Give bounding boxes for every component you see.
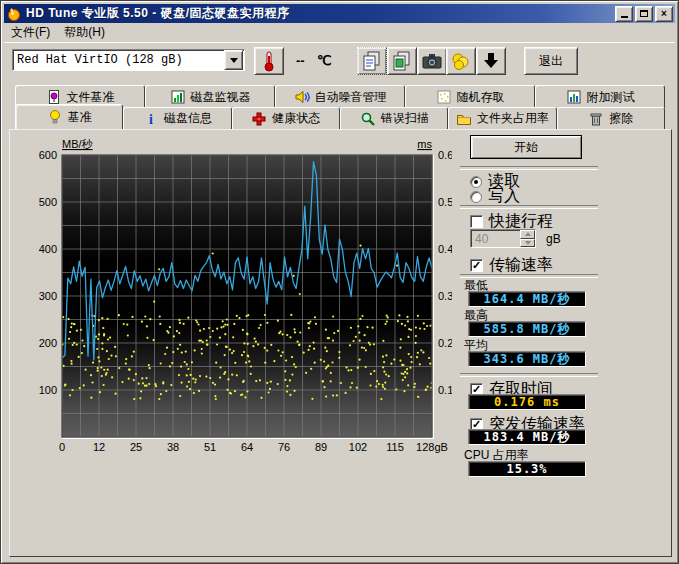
svg-text:38: 38: [167, 441, 179, 453]
temperature-button[interactable]: [254, 47, 284, 75]
copy-text-icon: [360, 49, 384, 73]
menu-item-0[interactable]: 文件(F): [4, 22, 57, 43]
spinner-up-button[interactable]: [520, 230, 535, 239]
menu-item-1[interactable]: 帮助(H): [57, 22, 112, 43]
tab-back-3-random-access[interactable]: 随机存取: [405, 85, 535, 108]
tab-label: 健康状态: [272, 110, 320, 127]
short-stroke-spinner[interactable]: 40: [470, 229, 536, 248]
tab-5-erase[interactable]: 擦除: [557, 107, 665, 129]
maximize-button[interactable]: [635, 6, 653, 22]
radio-unselected-icon: [470, 191, 482, 203]
donate-icon: [449, 49, 473, 73]
acoustic-management-icon: [294, 89, 310, 105]
svg-text:102: 102: [349, 441, 367, 453]
disk-monitor-icon: [170, 89, 186, 105]
folder-usage-icon: [456, 111, 472, 127]
error-scan-icon: [360, 111, 376, 127]
benchmark-chart-svg: MB/秒ms6005004003002001000.600.500.400.30…: [36, 132, 452, 468]
tab-label: 磁盘信息: [164, 110, 212, 127]
file-benchmark-icon: [46, 89, 62, 105]
separator: [460, 373, 598, 377]
tab-label: 随机存取: [457, 89, 505, 106]
tab-label: 附加测试: [587, 89, 635, 106]
maximize-icon: [640, 10, 648, 17]
svg-text:400: 400: [39, 243, 57, 255]
benchmark-chart: MB/秒ms6005004003002001000.600.500.400.30…: [36, 132, 452, 468]
benchmark-icon: [47, 109, 63, 125]
tab-row-primary: 基准i磁盘信息健康状态错误扫描文件夹占用率擦除: [15, 107, 665, 129]
checkbox-unchecked-icon: [470, 215, 483, 228]
tab-label: 错误扫描: [381, 110, 429, 127]
short-stroke-unit: gB: [546, 232, 561, 246]
temperature-icon: [257, 49, 281, 73]
close-button[interactable]: ×: [655, 6, 673, 22]
svg-text:115: 115: [386, 441, 404, 453]
svg-text:0.50: 0.50: [438, 196, 452, 208]
tab-0-benchmark[interactable]: 基准: [15, 104, 123, 129]
write-radio-label: 写入: [488, 186, 520, 207]
svg-text:89: 89: [315, 441, 327, 453]
save-button[interactable]: [476, 47, 506, 75]
start-button[interactable]: 开始: [470, 135, 582, 159]
menu-bar: 文件(F)帮助(H): [4, 23, 675, 43]
max-value-display: 585.8 MB/秒: [468, 321, 586, 337]
erase-icon: [588, 111, 604, 127]
svg-text:25: 25: [130, 441, 142, 453]
write-radio[interactable]: 写入: [470, 186, 520, 207]
minimize-button[interactable]: [615, 6, 633, 22]
spinner-down-icon: [525, 241, 531, 245]
extra-tests-icon: [566, 89, 582, 105]
access-time-value-display: 0.176 ms: [468, 394, 586, 410]
toolbar: Red Hat VirtIO (128 gB) -- ℃ 退出: [4, 43, 675, 81]
svg-text:0: 0: [59, 441, 65, 453]
tab-4-folder-usage[interactable]: 文件夹占用率: [448, 107, 556, 129]
screenshot-button[interactable]: [417, 47, 447, 75]
drive-select-dropdown-button[interactable]: [224, 50, 243, 70]
svg-text:300: 300: [39, 290, 57, 302]
svg-text:200: 200: [39, 337, 57, 349]
copy-text-button[interactable]: [357, 47, 387, 75]
tab-3-error-scan[interactable]: 错误扫描: [340, 107, 448, 129]
tab-back-1-disk-monitor[interactable]: 磁盘监视器: [145, 85, 275, 108]
svg-text:64: 64: [241, 441, 253, 453]
svg-text:500: 500: [39, 196, 57, 208]
title-bar: HD Tune 专业版 5.50 - 硬盘/固态硬盘实用程序 ×: [4, 4, 675, 23]
separator: [460, 166, 598, 170]
random-access-icon: [436, 89, 452, 105]
burst-rate-value-display: 183.4 MB/秒: [468, 429, 586, 445]
temperature-unit: ℃: [317, 53, 332, 68]
transfer-rate-checkbox[interactable]: ✓ 传输速率: [470, 255, 553, 276]
tab-label: 基准: [68, 109, 92, 126]
svg-text:0.60: 0.60: [438, 149, 452, 161]
svg-text:MB/秒: MB/秒: [62, 138, 94, 150]
svg-text:i: i: [149, 112, 153, 127]
spinner-up-icon: [525, 232, 531, 236]
tab-back-4-extra-tests[interactable]: 附加测试: [535, 85, 665, 108]
start-button-label: 开始: [514, 139, 538, 156]
donate-button[interactable]: [446, 47, 476, 75]
screenshot-icon: [420, 49, 444, 73]
min-value-display: 164.4 MB/秒: [468, 291, 586, 307]
tab-2-health[interactable]: 健康状态: [232, 107, 340, 129]
tab-back-2-acoustic-management[interactable]: 自动噪音管理: [275, 85, 405, 108]
separator: [460, 205, 598, 209]
checkbox-checked-icon: ✓: [470, 259, 483, 272]
exit-button[interactable]: 退出: [524, 47, 578, 75]
drive-select[interactable]: Red Hat VirtIO (128 gB): [12, 49, 245, 71]
minimize-icon: [621, 16, 628, 18]
benchmark-panel: MB/秒ms6005004003002001000.600.500.400.30…: [9, 129, 672, 557]
drive-select-value: Red Hat VirtIO (128 gB): [13, 53, 224, 67]
svg-text:51: 51: [204, 441, 216, 453]
tab-label: 磁盘监视器: [191, 89, 251, 106]
svg-text:0.30: 0.30: [438, 290, 452, 302]
save-icon: [479, 49, 503, 73]
tab-1-disk-info[interactable]: i磁盘信息: [123, 107, 231, 129]
svg-text:0.10: 0.10: [438, 384, 452, 396]
tab-label: 文件夹占用率: [477, 110, 549, 127]
spinner-down-button[interactable]: [520, 239, 535, 248]
svg-text:0.40: 0.40: [438, 243, 452, 255]
svg-text:600: 600: [39, 149, 57, 161]
cpu-usage-value-display: 15.3%: [468, 461, 586, 477]
spinner-buttons[interactable]: [520, 230, 535, 247]
copy-image-button[interactable]: [387, 47, 417, 75]
